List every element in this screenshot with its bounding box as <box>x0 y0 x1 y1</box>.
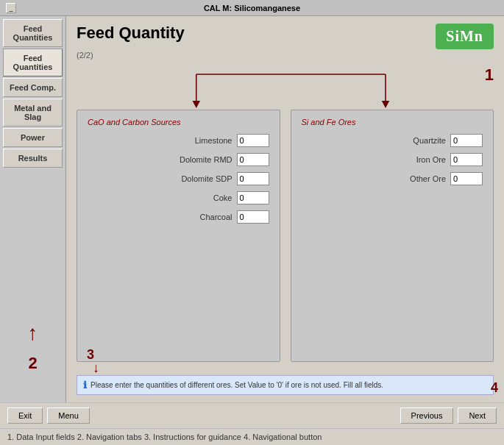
field-charcoal: Charcoal <box>88 210 269 224</box>
app-window: _ CAL M: Silicomanganese Feed Quantities… <box>0 0 504 445</box>
field-coke: Coke <box>88 191 269 204</box>
label-iron-ore: Iron Ore <box>416 155 446 164</box>
sidebar-item-power[interactable]: Power <box>3 128 63 147</box>
content-header: Feed Quantity SiMn <box>77 24 494 49</box>
field-dolomite-sdp: Dolomite SDP <box>88 172 269 185</box>
arrows-svg <box>77 65 494 110</box>
field-other-ore: Other Ore <box>302 172 483 185</box>
input-limestone[interactable] <box>237 134 269 147</box>
window-title: CAL M: Silicomanganese <box>16 4 488 13</box>
input-coke[interactable] <box>237 191 269 204</box>
bottom-caption: 1. Data Input fields 2. Navigation tabs … <box>0 428 504 445</box>
annotation-4: 4 <box>491 380 498 396</box>
minimize-button[interactable]: _ <box>6 3 16 13</box>
field-dolomite-rmd: Dolomite RMD <box>88 153 269 166</box>
label-other-ore: Other Ore <box>410 174 446 183</box>
sidebar-item-metal-slag[interactable]: Metal and Slag <box>3 99 63 127</box>
info-icon: ℹ <box>83 380 87 391</box>
sidebar-item-feed-quantities-1[interactable]: Feed Quantities <box>3 19 63 47</box>
input-dolomite-rmd[interactable] <box>237 153 269 166</box>
input-other-ore[interactable] <box>450 172 483 185</box>
page-number: (2/2) <box>77 51 494 60</box>
title-bar: _ CAL M: Silicomanganese <box>0 0 504 16</box>
info-section: 3 ↓ ℹ Please enter the quantities of dif… <box>77 368 494 395</box>
content-area: Feed Quantity SiMn (2/2) 1 <box>66 16 504 402</box>
next-button[interactable]: Next <box>458 407 497 424</box>
field-quartzite: Quartzite <box>302 134 483 147</box>
panel-si-title: Si and Fe Ores <box>302 118 483 127</box>
label-dolomite-sdp: Dolomite SDP <box>181 174 232 183</box>
input-charcoal[interactable] <box>237 210 269 224</box>
panel-cao-title: CaO and Carbon Sources <box>88 118 269 127</box>
label-dolomite-rmd: Dolomite RMD <box>180 155 233 164</box>
arrow-annotation-area: 1 <box>77 65 494 110</box>
arrow3-icon: ↓ <box>93 360 99 376</box>
sidebar: Feed Quantities Feed Quantities Feed Com… <box>0 16 66 402</box>
sidebar-item-feed-comp[interactable]: Feed Comp. <box>3 78 63 97</box>
arrow-up-icon: ↑ <box>28 323 38 343</box>
input-dolomite-sdp[interactable] <box>237 172 269 185</box>
sidebar-item-results[interactable]: Results <box>3 149 63 168</box>
sidebar-item-feed-quantities-2[interactable]: Feed Quantities <box>3 49 63 76</box>
field-limestone: Limestone <box>88 134 269 147</box>
panel-si-fe: Si and Fe Ores Quartzite Iron Ore Other … <box>291 110 494 362</box>
window-controls: _ <box>6 3 16 13</box>
field-iron-ore: Iron Ore <box>302 153 483 166</box>
info-bar: ℹ Please enter the quantities of differe… <box>77 375 494 395</box>
panel-cao-carbon: CaO and Carbon Sources Limestone Dolomit… <box>77 110 280 362</box>
svg-marker-4 <box>382 101 390 108</box>
footer-area: 4 Exit Menu Previous Next <box>0 402 504 428</box>
panels-row: CaO and Carbon Sources Limestone Dolomit… <box>77 110 494 362</box>
logo-badge: SiMn <box>436 24 494 49</box>
svg-marker-3 <box>193 101 201 108</box>
footer: Exit Menu Previous Next <box>0 402 504 428</box>
footer-right-buttons: Previous Next <box>400 407 497 424</box>
page-title: Feed Quantity <box>77 24 185 43</box>
main-area: Feed Quantities Feed Quantities Feed Com… <box>0 16 504 402</box>
annotation-2: 2 <box>28 354 37 373</box>
footer-left-buttons: Exit Menu <box>7 407 90 424</box>
label-charcoal: Charcoal <box>199 213 232 221</box>
info-message: Please enter the quantities of different… <box>90 381 383 389</box>
menu-button[interactable]: Menu <box>47 407 90 424</box>
label-quartzite: Quartzite <box>413 136 446 145</box>
annotation-1: 1 <box>485 65 494 85</box>
label-limestone: Limestone <box>195 136 233 145</box>
label-coke: Coke <box>213 193 233 202</box>
previous-button[interactable]: Previous <box>400 407 454 424</box>
caption-text: 1. Data Input fields 2. Navigation tabs … <box>7 432 322 441</box>
exit-button[interactable]: Exit <box>7 407 43 424</box>
input-iron-ore[interactable] <box>450 153 483 166</box>
input-quartzite[interactable] <box>450 134 483 147</box>
